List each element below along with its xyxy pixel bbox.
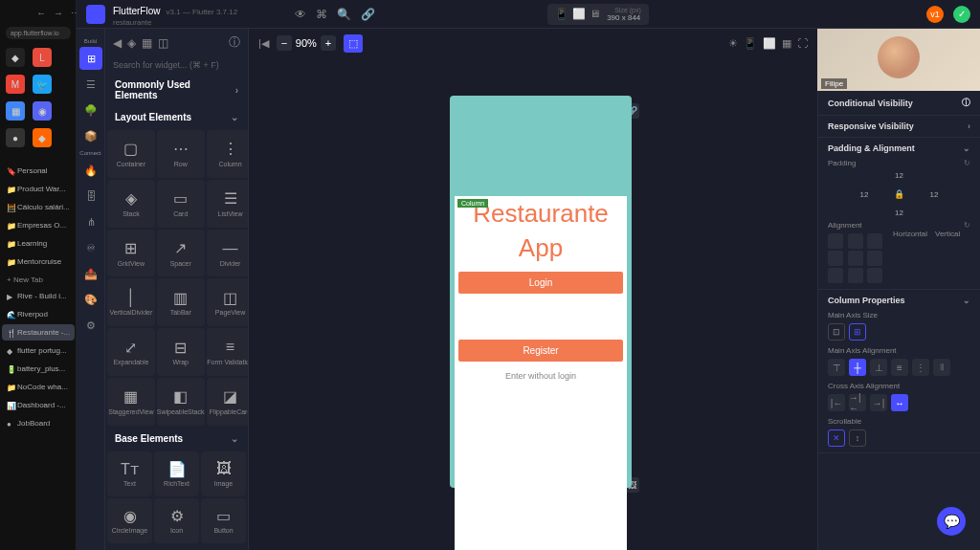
- pin-icon[interactable]: ▦: [6, 101, 25, 121]
- main-align-around-icon[interactable]: ⋮: [912, 359, 929, 376]
- new-tab-button[interactable]: + New Tab: [2, 272, 75, 288]
- widget-tabbar[interactable]: ▥TabBar: [157, 278, 205, 326]
- pin-icon[interactable]: ◉: [33, 101, 52, 121]
- rail-icon[interactable]: 🌳: [79, 99, 102, 121]
- pin-icon[interactable]: L: [33, 48, 52, 67]
- preview-login-button[interactable]: Login: [458, 272, 623, 294]
- cross-align-stretch-icon[interactable]: ↔: [891, 394, 908, 411]
- tablet-preview-icon[interactable]: ⬜: [763, 37, 776, 50]
- widget-stack[interactable]: ◈Stack: [107, 180, 155, 228]
- preview-register-button[interactable]: Register: [458, 340, 623, 362]
- widget-formvalidation[interactable]: ≡Form Validation: [207, 328, 249, 376]
- section-commonly-used[interactable]: Commonly Used Elements›: [105, 74, 248, 106]
- padding-bottom[interactable]: 12: [895, 209, 903, 217]
- widget-spacer[interactable]: ↗Spacer: [157, 230, 205, 277]
- cross-align-start-icon[interactable]: |←: [828, 394, 845, 411]
- desktop-icon[interactable]: 🖥: [590, 8, 603, 21]
- rail-icon[interactable]: 📤: [79, 262, 102, 285]
- section-base[interactable]: Base Elements⌄: [105, 428, 248, 450]
- widget-icon[interactable]: ⚙Icon: [154, 498, 199, 543]
- section-layout[interactable]: Layout Elements⌄: [105, 106, 248, 128]
- browser-tab[interactable]: 🌊Riverpod: [2, 306, 75, 322]
- selection-mode-icon[interactable]: ⬚: [344, 34, 363, 53]
- widget-wrap[interactable]: ⊟Wrap: [157, 328, 205, 376]
- reset-icon[interactable]: ↻: [964, 159, 970, 167]
- nav-back-icon[interactable]: ←: [36, 8, 46, 18]
- axis-size-min-icon[interactable]: ⊡: [828, 323, 845, 341]
- main-align-start-icon[interactable]: ⊤: [828, 359, 845, 376]
- browser-tab-active[interactable]: 🍴Restaurante -...: [2, 324, 75, 341]
- browser-tab[interactable]: 📁Mentorcruise: [2, 253, 75, 270]
- tablet-icon[interactable]: ⬜: [572, 8, 586, 21]
- rail-icon[interactable]: 📦: [79, 124, 102, 147]
- widget-button[interactable]: ▭Button: [201, 498, 246, 543]
- chevron-down-icon[interactable]: ⌄: [963, 296, 970, 305]
- pin-icon[interactable]: ◆: [6, 48, 25, 67]
- zoom-out-button[interactable]: −: [277, 35, 292, 51]
- search-input[interactable]: Search for widget... (⌘ + F): [105, 56, 248, 74]
- widget-container[interactable]: ▢Container: [107, 130, 155, 178]
- browser-tab[interactable]: ▶Rive - Build i...: [2, 288, 75, 304]
- component-icon[interactable]: ◫: [158, 36, 168, 50]
- responsive-visibility-section[interactable]: Responsive Visibility›: [818, 116, 980, 138]
- main-align-evenly-icon[interactable]: ⫴: [933, 359, 950, 376]
- command-icon[interactable]: ⌘: [316, 8, 327, 21]
- phone-preview[interactable]: Column RestauranteApp Login Register Ent…: [450, 96, 632, 488]
- reset-icon[interactable]: ↻: [964, 221, 970, 230]
- rail-icon[interactable]: ⋔: [79, 210, 102, 233]
- pin-icon[interactable]: ◆: [33, 128, 52, 147]
- phone-icon[interactable]: 📱: [555, 8, 568, 21]
- browser-tab[interactable]: 🔋battery_plus...: [2, 361, 75, 377]
- pin-icon[interactable]: ●: [6, 128, 25, 147]
- chevron-down-icon[interactable]: ⌄: [963, 143, 970, 153]
- browser-tab[interactable]: 📁Learning: [2, 235, 75, 252]
- phone-screen[interactable]: Column RestauranteApp Login Register Ent…: [455, 196, 627, 550]
- rail-icon[interactable]: 🔥: [79, 159, 102, 182]
- preview-guest-link[interactable]: Enter without login: [455, 371, 627, 381]
- widget-gridview[interactable]: ⊞GridView: [107, 230, 155, 277]
- padding-editor[interactable]: 12 12 12 12 🔒: [866, 173, 933, 215]
- browser-tab[interactable]: 📊Dashboard -...: [2, 397, 75, 413]
- chat-fab[interactable]: 💬: [937, 507, 966, 536]
- lock-icon[interactable]: 🔒: [894, 189, 904, 199]
- user-avatar[interactable]: v1: [926, 6, 944, 23]
- widget-text[interactable]: TᴛText: [107, 451, 152, 496]
- widget-card[interactable]: ▭Card: [157, 180, 205, 228]
- widget-listview[interactable]: ☰ListView: [207, 180, 249, 228]
- alignment-grid[interactable]: [828, 233, 885, 283]
- search-icon[interactable]: 🔍: [337, 8, 351, 21]
- zoom-in-button[interactable]: +: [321, 35, 336, 51]
- widget-pageview[interactable]: ◫PageView: [207, 278, 249, 326]
- browser-tab[interactable]: 📁Empresas O...: [2, 217, 75, 233]
- diamond-icon[interactable]: ◈: [127, 36, 136, 50]
- browser-tab[interactable]: ●JobBoard: [2, 415, 75, 431]
- link-icon[interactable]: 🔗: [361, 8, 375, 21]
- widget-staggeredview[interactable]: ▦StaggeredView: [107, 378, 155, 426]
- phone-preview-icon[interactable]: 📱: [744, 37, 757, 50]
- info-icon[interactable]: ⓘ: [229, 34, 240, 51]
- template-icon[interactable]: ▦: [142, 36, 152, 50]
- widget-flippablecard[interactable]: ◪FlippableCard: [207, 378, 249, 426]
- widget-richtext[interactable]: 📄RichText: [154, 451, 199, 496]
- browser-tab[interactable]: 📁NoCode wha...: [2, 379, 75, 395]
- browser-tab[interactable]: 📁Product War...: [2, 181, 75, 197]
- rail-icon[interactable]: ♾: [79, 236, 102, 259]
- widget-divider[interactable]: —Divider: [207, 230, 249, 277]
- align-left-icon[interactable]: |◀: [258, 37, 269, 50]
- browser-tab[interactable]: 🔖Personal: [2, 163, 75, 179]
- build-icon[interactable]: ⊞: [79, 47, 102, 70]
- widget-image[interactable]: 🖼Image: [201, 451, 246, 496]
- widget-row[interactable]: ⋯Row: [157, 130, 205, 178]
- rail-icon[interactable]: 🗄: [79, 185, 102, 208]
- widget-column[interactable]: ⋮Column: [207, 130, 249, 178]
- main-align-between-icon[interactable]: ≡: [891, 359, 908, 376]
- conditional-visibility-section[interactable]: Conditional Visibilityⓘ: [818, 91, 980, 116]
- pin-icon[interactable]: 🐦: [33, 75, 52, 94]
- cross-align-center-icon[interactable]: →|←: [849, 394, 866, 411]
- back-icon[interactable]: ◀: [113, 36, 122, 50]
- main-align-center-icon[interactable]: ┼: [849, 359, 866, 376]
- widget-swipeablestack[interactable]: ◧SwipeableStack: [157, 378, 205, 426]
- axis-size-max-icon[interactable]: ⊞: [849, 323, 866, 341]
- padding-left[interactable]: 12: [860, 190, 869, 199]
- browser-tab[interactable]: 🧮Cálculo salári...: [2, 199, 75, 215]
